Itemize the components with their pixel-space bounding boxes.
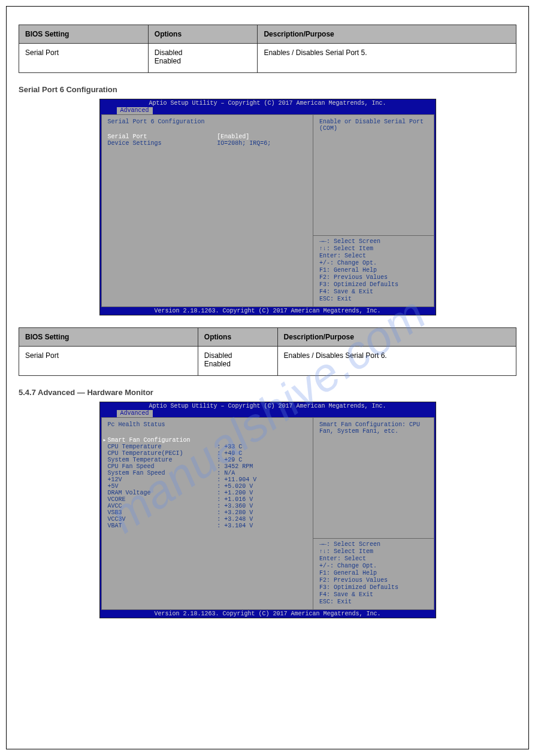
bios-readout-label: AVCC xyxy=(108,503,217,509)
table2-cell-2: Enables / Disables Serial Port 6. xyxy=(277,347,516,376)
bios-screenshot-hardware-monitor: Aptio Setup Utility – Copyright (C) 2017… xyxy=(99,402,436,618)
bios-readout-row: VBAT: +3.104 V xyxy=(108,523,307,529)
bios-readout-row: CPU Temperature: +33 C xyxy=(108,444,307,450)
table1-cell-1: Disabled Enabled xyxy=(148,44,258,73)
bios-readout-label: +5V xyxy=(108,483,217,490)
bios-readout-value: : +3.248 V xyxy=(217,516,307,523)
bios-readout-label: DRAM Voltage xyxy=(108,490,217,496)
bios-readout-value: : +29 C xyxy=(217,457,307,463)
bios-key-help: →←: Select Screen ↑↓: Select Item Enter:… xyxy=(319,238,428,303)
bios-section-title: Serial Port 6 Configuration xyxy=(108,119,307,125)
bios-key-line: Enter: Select xyxy=(319,253,428,260)
bios-footer: Version 2.18.1263. Copyright (C) 2017 Am… xyxy=(100,610,436,618)
bios-readout-label: VSB3 xyxy=(108,509,217,516)
bios-readout-row: CPU Temperature(PECI): +40 C xyxy=(108,450,307,457)
table2-cell-1: Disabled Enabled xyxy=(198,347,277,376)
bios-key-line: ESC: Exit xyxy=(319,599,428,606)
bios-readout-row: DRAM Voltage: +1.200 V xyxy=(108,490,307,496)
bios-key-line: ↑↓: Select Item xyxy=(319,548,428,555)
table-row: Serial Port Disabled Enabled Enables / D… xyxy=(19,44,516,73)
bios-readout-value: : +1.016 V xyxy=(217,496,307,503)
bios-readout-value: : +5.020 V xyxy=(217,483,307,490)
bios-key-line: Enter: Select xyxy=(319,555,428,563)
bios-item-device-settings: Device Settings IO=208h; IRQ=6; xyxy=(108,140,307,147)
bios-title: Aptio Setup Utility – Copyright (C) 2017… xyxy=(100,402,436,410)
bios-body: Serial Port 6 Configuration Serial Port … xyxy=(101,114,434,307)
bios-item-value: [Enabled] xyxy=(217,133,307,140)
bios-readout-label: VCORE xyxy=(108,496,217,503)
bios-readout-value: : +3.360 V xyxy=(217,503,307,509)
bios-key-line: ↑↓: Select Item xyxy=(319,245,428,253)
bios-key-line: F1: General Help xyxy=(319,570,428,577)
table1-header-0: BIOS Setting xyxy=(19,25,149,44)
bios-body: Pc Health Status ▸Smart Fan Configuratio… xyxy=(101,417,434,610)
bios-title: Aptio Setup Utility – Copyright (C) 2017… xyxy=(100,99,436,107)
bios-readout-value: : +33 C xyxy=(217,444,307,450)
bios-key-line: +/-: Change Opt. xyxy=(319,260,428,267)
bios-readout-row: +5V: +5.020 V xyxy=(108,483,307,490)
bios-tab-bar: Advanced xyxy=(100,107,436,114)
bios-key-line: F4: Save & Exit xyxy=(319,591,428,599)
table1-header-2: Description/Purpose xyxy=(258,25,516,44)
bios-readout-row: CPU Fan Speed: 3452 RPM xyxy=(108,463,307,470)
table2-header-1: Options xyxy=(198,328,277,347)
bios-key-help: →←: Select Screen ↑↓: Select Item Enter:… xyxy=(319,541,428,606)
bios-item-value: IO=208h; IRQ=6; xyxy=(217,140,307,147)
bios-left-panel: Serial Port 6 Configuration Serial Port … xyxy=(102,115,313,306)
bios-readout-value: : +11.904 V xyxy=(217,476,307,483)
table2-header-2: Description/Purpose xyxy=(277,328,516,347)
table-row: Serial Port Disabled Enabled Enables / D… xyxy=(19,347,516,376)
table2-cell-0: Serial Port xyxy=(19,347,198,376)
bios-readout-row: VCORE: +1.016 V xyxy=(108,496,307,503)
bios-tab-advanced[interactable]: Advanced xyxy=(117,410,153,417)
table2-header-0: BIOS Setting xyxy=(19,328,198,347)
bios-settings-table-1: BIOS Setting Options Description/Purpose… xyxy=(19,25,516,73)
bios-item-label: Device Settings xyxy=(108,140,217,147)
bios-readout-label: VBAT xyxy=(108,523,217,529)
bios-key-line: F1: General Help xyxy=(319,267,428,274)
bios-item-label: Serial Port xyxy=(108,133,217,140)
bios-key-line: →←: Select Screen xyxy=(319,541,428,548)
bios-left-panel: Pc Health Status ▸Smart Fan Configuratio… xyxy=(102,418,313,609)
bios-settings-table-2: BIOS Setting Options Description/Purpose… xyxy=(19,327,516,376)
bios-readout-value: : +3.280 V xyxy=(217,509,307,516)
bios-readout-row: VCC3V: +3.248 V xyxy=(108,516,307,523)
bios-submenu-label: Smart Fan Configuration xyxy=(108,437,191,444)
bios-submenu-smart-fan[interactable]: ▸Smart Fan Configuration xyxy=(103,436,307,444)
bios-tab-advanced[interactable]: Advanced xyxy=(117,107,153,114)
bios-section-title: Pc Health Status xyxy=(108,421,307,428)
bios-readout-label: System Temperature xyxy=(108,457,217,463)
bios-key-line: ESC: Exit xyxy=(319,296,428,303)
bios-help-text: Smart Fan Configuration: CPU Fan, System… xyxy=(319,421,428,536)
bios-readout-label: CPU Fan Speed xyxy=(108,463,217,470)
bios-key-line: F3: Optimized Defaults xyxy=(319,584,428,591)
bios-readout-row: VSB3: +3.280 V xyxy=(108,509,307,516)
bios-readout-value: : +1.200 V xyxy=(217,490,307,496)
bios-readout-value: : +3.104 V xyxy=(217,523,307,529)
bios-key-line: F4: Save & Exit xyxy=(319,289,428,296)
bios-readout-value: : +40 C xyxy=(217,450,307,457)
bios-help-divider xyxy=(313,538,434,539)
bios-key-line: →←: Select Screen xyxy=(319,238,428,245)
bios-readout-row: System Fan Speed: N/A xyxy=(108,470,307,476)
bios-readout-label: +12V xyxy=(108,476,217,483)
bios-readout-label: CPU Temperature xyxy=(108,444,217,450)
bios-item-serial-port[interactable]: Serial Port [Enabled] xyxy=(108,133,307,140)
submenu-arrow-icon: ▸ xyxy=(103,436,108,444)
bios-footer: Version 2.18.1263. Copyright (C) 2017 Am… xyxy=(100,307,436,315)
bios-key-line: F2: Previous Values xyxy=(319,577,428,584)
bios-readout-label: VCC3V xyxy=(108,516,217,523)
bios-readout-value: : N/A xyxy=(217,470,307,476)
bios-readout-label: System Fan Speed xyxy=(108,470,217,476)
document-page: manualshive.com BIOS Setting Options Des… xyxy=(6,6,529,749)
section-heading-serial-port-6: Serial Port 6 Configuration xyxy=(19,85,516,94)
bios-right-panel: Enable or Disable Serial Port (COM) →←: … xyxy=(313,115,434,306)
table1-header-1: Options xyxy=(148,25,258,44)
bios-help-text: Enable or Disable Serial Port (COM) xyxy=(319,119,428,233)
bios-key-line: F2: Previous Values xyxy=(319,274,428,281)
bios-key-line: F3: Optimized Defaults xyxy=(319,281,428,289)
bios-tab-bar: Advanced xyxy=(100,410,436,417)
bios-readout-label: CPU Temperature(PECI) xyxy=(108,450,217,457)
table1-cell-0: Serial Port xyxy=(19,44,149,73)
bios-screenshot-serial-port-6: Aptio Setup Utility – Copyright (C) 2017… xyxy=(99,99,436,315)
